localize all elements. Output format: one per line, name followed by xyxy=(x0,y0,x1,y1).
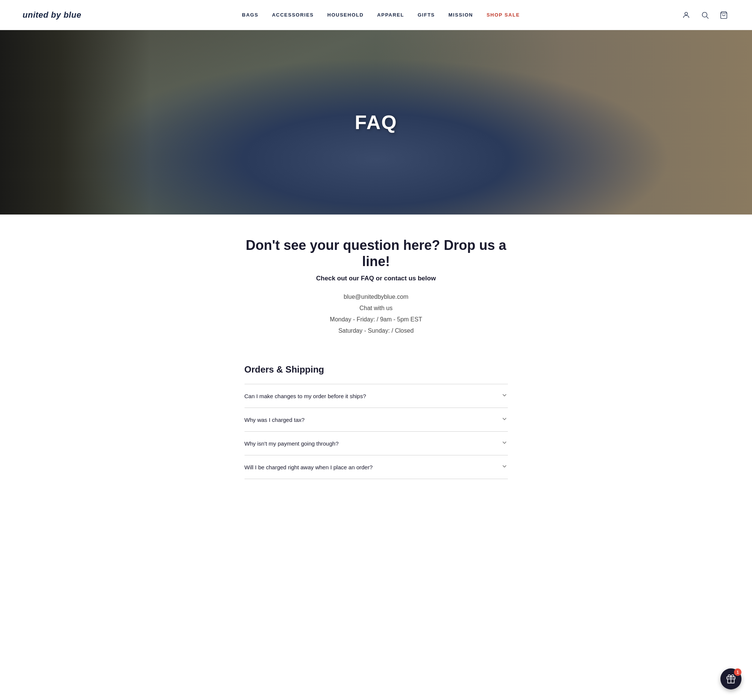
search-icon xyxy=(701,11,709,19)
cart-button[interactable] xyxy=(718,9,729,21)
contact-hours-weekend: Saturday - Sunday: / Closed xyxy=(244,327,508,334)
faq-item[interactable]: Will I be charged right away when I plac… xyxy=(244,455,508,479)
contact-heading: Don't see your question here? Drop us a … xyxy=(244,237,508,269)
chevron-down-icon xyxy=(501,415,508,422)
site-header: united by blue BAGSACCESSORIESHOUSEHOLDA… xyxy=(0,0,752,30)
nav-item-accessories[interactable]: ACCESSORIES xyxy=(272,12,314,18)
chevron-down-icon xyxy=(501,415,508,424)
svg-point-1 xyxy=(702,12,707,17)
header-icons xyxy=(681,9,729,21)
hero-section: FAQ xyxy=(0,30,752,215)
hero-title: FAQ xyxy=(355,111,397,134)
contact-subheading: Check out our FAQ or contact us below xyxy=(244,275,508,282)
faq-section: Orders & Shipping Can I make changes to … xyxy=(237,364,515,502)
login-button[interactable] xyxy=(681,9,692,21)
faq-question: Will I be charged right away when I plac… xyxy=(244,464,373,470)
brand-logo[interactable]: united by blue xyxy=(23,10,81,20)
search-button[interactable] xyxy=(699,9,711,21)
faq-question: Why isn't my payment going through? xyxy=(244,440,339,447)
contact-email[interactable]: blue@unitedbyblue.com xyxy=(244,294,508,300)
faq-item[interactable]: Why was I charged tax? xyxy=(244,408,508,432)
user-icon xyxy=(682,11,690,19)
chevron-down-icon xyxy=(501,392,508,398)
contact-info: blue@unitedbyblue.com Chat with us Monda… xyxy=(244,294,508,334)
faq-question: Can I make changes to my order before it… xyxy=(244,393,367,399)
nav-item-gifts[interactable]: GIFTS xyxy=(418,12,435,18)
faq-list: Can I make changes to my order before it… xyxy=(244,384,508,479)
contact-section: Don't see your question here? Drop us a … xyxy=(237,215,515,364)
nav-item-shop-sale[interactable]: SHOP SALE xyxy=(486,12,519,18)
main-nav: BAGSACCESSORIESHOUSEHOLDAPPARELGIFTSMISS… xyxy=(242,12,520,18)
nav-item-household[interactable]: HOUSEHOLD xyxy=(327,12,364,18)
nav-item-bags[interactable]: BAGS xyxy=(242,12,258,18)
chevron-down-icon xyxy=(501,392,508,400)
faq-category-title: Orders & Shipping xyxy=(244,364,508,375)
chevron-down-icon xyxy=(501,439,508,448)
contact-hours-weekday: Monday - Friday: / 9am - 5pm EST xyxy=(244,316,508,323)
svg-point-0 xyxy=(685,12,687,15)
chevron-down-icon xyxy=(501,439,508,446)
faq-question: Why was I charged tax? xyxy=(244,417,305,423)
faq-item[interactable]: Why isn't my payment going through? xyxy=(244,432,508,455)
chevron-down-icon xyxy=(501,463,508,471)
chevron-down-icon xyxy=(501,463,508,470)
nav-item-apparel[interactable]: APPAREL xyxy=(377,12,404,18)
faq-item[interactable]: Can I make changes to my order before it… xyxy=(244,384,508,408)
svg-line-2 xyxy=(707,17,708,19)
cart-icon xyxy=(719,11,728,19)
nav-item-mission[interactable]: MISSION xyxy=(448,12,473,18)
contact-chat[interactable]: Chat with us xyxy=(244,305,508,312)
